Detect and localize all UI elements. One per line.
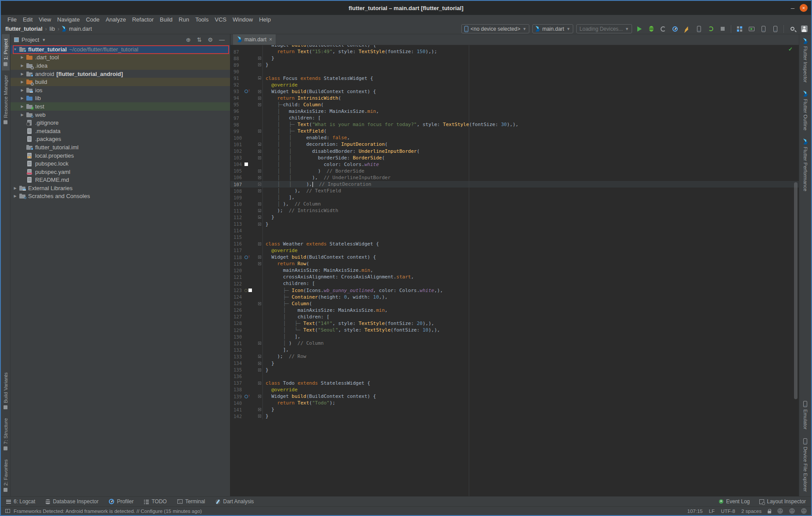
tool-window-tab-flutter-performance[interactable]: Flutter Performance <box>801 135 809 196</box>
code-line[interactable]: 89} <box>230 61 799 68</box>
device-selector[interactable]: <no device selected> ▼ <box>461 24 529 33</box>
override-method-icon[interactable] <box>244 256 248 259</box>
fold-marker-icon[interactable] <box>258 242 261 245</box>
code-line[interactable]: 88 } <box>230 55 799 61</box>
tree-row-flutter-tutorial-iml[interactable]: flutter_tutorial.iml <box>11 143 230 152</box>
attach-debugger-button[interactable] <box>659 25 668 33</box>
code-line[interactable]: 104 │ │ color: Colors.white <box>230 161 799 168</box>
tree-row-ios[interactable]: ▶ios <box>11 86 230 94</box>
color-swatch-icon[interactable] <box>244 162 248 166</box>
code-line[interactable]: 123 ├─ Icon(Icons.wb_sunny_outlined, col… <box>230 287 799 293</box>
code-line[interactable]: 111 ); // IntrinsicWidth <box>230 207 799 214</box>
fold-marker-icon[interactable] <box>258 57 261 60</box>
tool-window-tab-2-favorites[interactable]: 2: Favorites <box>2 455 10 496</box>
indent-setting[interactable]: 2 spaces <box>741 509 762 514</box>
code-line[interactable]: 87 return Text("15:49", style: TextStyle… <box>230 48 799 55</box>
tool-window-tab-resource-manager[interactable]: Resource Manager <box>2 71 10 129</box>
code-line[interactable]: 106 │ │ ), // UnderlineInputBorder <box>230 174 799 181</box>
tree-row-build[interactable]: ▶build <box>11 78 230 86</box>
color-swatch-icon[interactable] <box>248 289 252 292</box>
attach-to-process-button[interactable] <box>694 25 703 33</box>
menu-build[interactable]: Build <box>157 16 176 23</box>
fold-marker-icon[interactable] <box>258 176 261 179</box>
tab-main-dart[interactable]: main.dart × <box>233 34 276 45</box>
code-line[interactable]: 100 │ │ enabled: false, <box>230 134 799 141</box>
code-line[interactable]: 95 ├─child: Column( <box>230 101 799 108</box>
fold-marker-icon[interactable] <box>258 130 261 133</box>
device-manager-button[interactable] <box>759 25 768 33</box>
code-line[interactable]: 94 return IntrinsicWidth( <box>230 95 799 101</box>
hot-reload-button[interactable] <box>706 25 715 33</box>
debug-button[interactable] <box>647 25 656 33</box>
override-method-icon[interactable] <box>244 90 248 93</box>
menu-window[interactable]: Window <box>230 16 256 23</box>
code-line[interactable]: Widget build(BuildContext context) { <box>230 45 799 48</box>
fold-marker-icon[interactable] <box>258 302 261 305</box>
tree-row-flutter-tutorial[interactable]: ▼flutter_tutorial ~/code/flutter/flutter… <box>11 45 230 54</box>
close-button[interactable]: × <box>800 4 808 12</box>
chevron-right-icon[interactable]: ▶ <box>20 96 24 100</box>
fold-marker-icon[interactable] <box>258 342 261 345</box>
code-line[interactable]: 108 │ ), // TextField <box>230 188 799 194</box>
caret-position[interactable]: 107:15 <box>687 509 703 514</box>
tool-window-button-profiler[interactable]: Profiler <box>109 498 133 505</box>
tree-row--dart-tool[interactable]: ▶.dart_tool <box>11 54 230 62</box>
code-line[interactable]: 134 } <box>230 360 799 367</box>
code-line[interactable]: 93 Widget build(BuildContext context) { <box>230 88 799 95</box>
fold-marker-icon[interactable] <box>258 189 261 192</box>
code-line[interactable]: 105 │ │ ) // BorderSide <box>230 168 799 174</box>
gear-icon[interactable]: ⚙ <box>206 36 215 43</box>
tool-window-tab-build-variants[interactable]: Build Variants <box>2 368 10 414</box>
tree-row-readme-md[interactable]: README.md <box>11 176 230 184</box>
status-icon[interactable] <box>777 508 783 514</box>
chevron-right-icon[interactable]: ▶ <box>20 105 24 108</box>
project-structure-button[interactable] <box>735 25 744 33</box>
status-icon[interactable] <box>789 508 795 514</box>
menu-help[interactable]: Help <box>256 16 274 23</box>
fold-marker-icon[interactable] <box>258 382 261 385</box>
code-line[interactable]: 92 @override <box>230 82 799 88</box>
code-line[interactable]: 114 <box>230 227 799 234</box>
menu-edit[interactable]: Edit <box>20 16 36 23</box>
sdk-manager-button[interactable] <box>771 25 780 33</box>
close-tab-icon[interactable]: × <box>269 36 272 43</box>
code-line[interactable]: 109 │ ], <box>230 194 799 201</box>
code-line[interactable]: 127 │ children: [ <box>230 314 799 320</box>
code-line[interactable]: 119 return Row( <box>230 260 799 267</box>
chevron-down-icon[interactable]: ▼ <box>42 38 46 42</box>
tree-row--gitignore[interactable]: .gitignore <box>11 119 230 127</box>
code-line[interactable]: 91class Focus extends StatelessWidget { <box>230 75 799 81</box>
fold-marker-icon[interactable] <box>258 156 261 159</box>
tool-window-tab-flutter-outline[interactable]: Flutter Outline <box>801 87 809 135</box>
code-line[interactable]: 102 │ │ disabledBorder: UnderlineInputBo… <box>230 148 799 155</box>
fold-marker-icon[interactable] <box>258 170 261 173</box>
run-config-selector[interactable]: main.dart ▼ <box>532 24 573 33</box>
code-line[interactable]: 140 return Text("Todo"); <box>230 400 799 406</box>
fold-marker-icon[interactable] <box>258 355 261 358</box>
code-line[interactable]: 141 } <box>230 406 799 413</box>
code-line[interactable]: 137class Todo extends StatelessWidget { <box>230 380 799 386</box>
tool-window-button-event-log[interactable]: Event Log <box>719 498 750 505</box>
run-button[interactable] <box>635 25 644 33</box>
inspection-ok-icon[interactable]: ✓ <box>788 46 793 52</box>
tree-row--packages[interactable]: .packages <box>11 135 230 144</box>
tree-row-android[interactable]: ▶android [flutter_tutorial_android] <box>11 70 230 78</box>
menu-file[interactable]: File <box>4 16 20 23</box>
menu-navigate[interactable]: Navigate <box>54 16 83 23</box>
fold-marker-icon[interactable] <box>258 395 261 398</box>
fold-marker-icon[interactable] <box>258 368 261 372</box>
code-line[interactable]: 112 } <box>230 214 799 220</box>
code-line[interactable]: 96 │ mainAxisSize: MainAxisSize.min, <box>230 108 799 115</box>
tool-window-button-6-logcat[interactable]: 6: Logcat <box>6 498 35 505</box>
code-editor[interactable]: Widget build(BuildContext context) {87 r… <box>230 45 799 496</box>
tool-window-tab-1-project[interactable]: 1: Project <box>2 34 10 71</box>
tool-window-tab-device-file-explorer[interactable]: Device File Explorer <box>801 434 809 496</box>
tree-row-pubspec-yaml[interactable]: pubspec.yaml <box>11 168 230 176</box>
tool-window-button-todo[interactable]: TODO <box>144 498 166 505</box>
apply-changes-button[interactable] <box>683 25 691 33</box>
window-layout-icon[interactable] <box>5 509 10 513</box>
fold-marker-icon[interactable] <box>258 90 261 93</box>
tool-window-button-dart-analysis[interactable]: Dart Analysis <box>216 498 254 505</box>
menu-refactor[interactable]: Refactor <box>129 16 157 23</box>
code-line[interactable]: 132 ], <box>230 346 799 353</box>
